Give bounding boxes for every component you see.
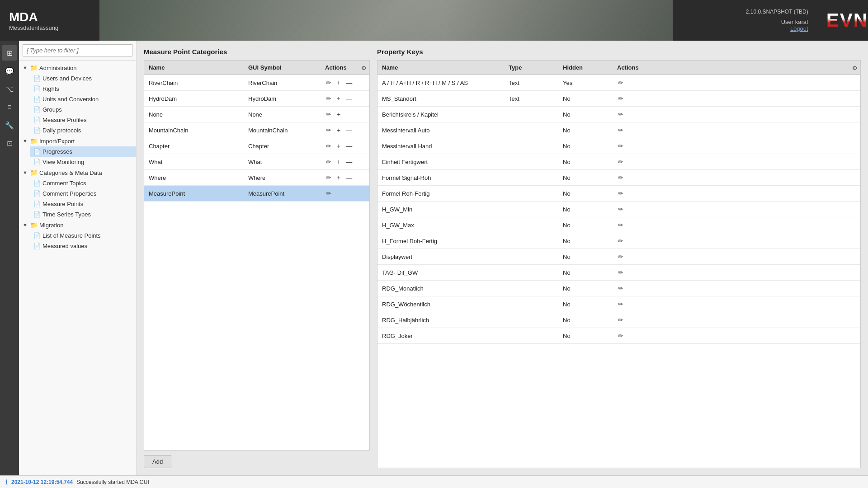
table-row[interactable]: RDG_Monatlich No ✏ [377, 281, 860, 296]
remove-button[interactable]: — [345, 157, 353, 166]
edit-button[interactable]: ✏ [617, 252, 624, 261]
nav-icon-dashboard[interactable]: ⊞ [2, 45, 17, 61]
sidebar-item-time-series-types[interactable]: 📄 Time Series Types [30, 209, 136, 220]
remove-button[interactable]: — [345, 110, 353, 119]
table-row[interactable]: None None ✏ + — [144, 107, 369, 122]
sidebar-item-groups[interactable]: 📄 Groups [30, 104, 136, 115]
sidebar-item-measured-values[interactable]: 📄 Measured values [30, 241, 136, 251]
item-label-list-measure-points: List of Measure Points [42, 232, 101, 239]
filter-input[interactable] [23, 44, 132, 56]
table-row[interactable]: Berichtskreis / Kapitel No ✏ [377, 107, 860, 122]
add-child-button[interactable]: + [336, 157, 341, 166]
tree-group-header-administration[interactable]: ▼ 📁 Administration [19, 62, 136, 73]
edit-button[interactable]: ✏ [617, 78, 624, 87]
sidebar-item-measure-points[interactable]: 📄 Measure Points [30, 199, 136, 209]
sidebar-item-daily-protocols[interactable]: 📄 Daily protocols [30, 125, 136, 136]
table-row[interactable]: Messintervall Hand No ✏ [377, 138, 860, 154]
edit-button[interactable]: ✏ [617, 221, 624, 230]
tree-group-header-import-export[interactable]: ▼ 📁 Import/Export [19, 136, 136, 146]
add-child-button[interactable]: + [336, 173, 341, 182]
table-row[interactable]: RDG_Joker No ✏ [377, 328, 860, 344]
add-child-button[interactable]: + [336, 141, 341, 150]
pk-row-name: Formel Signal-Roh [377, 171, 504, 184]
edit-button[interactable]: ✏ [325, 94, 332, 103]
edit-button[interactable]: ✏ [617, 94, 624, 103]
edit-button[interactable]: ✏ [617, 173, 624, 182]
table-row[interactable]: A / H / A+H / R / R+H / M / S / AS Text … [377, 75, 860, 91]
tree-group-header-categories-meta[interactable]: ▼ 📁 Categories & Meta Data [19, 167, 136, 178]
sidebar-item-users-and-devices[interactable]: 📄 Users and Devices [30, 73, 136, 84]
table-row[interactable]: TAG- Dif_GW No ✏ [377, 265, 860, 281]
table-row[interactable]: HydroDam HydroDam ✏ + — [144, 91, 369, 107]
sidebar-item-units-conversion[interactable]: 📄 Units and Conversion [30, 94, 136, 104]
doc-icon: 📄 [33, 75, 41, 82]
edit-button[interactable]: ✏ [617, 268, 624, 277]
table-row[interactable]: H_GW_Max No ✏ [377, 217, 860, 233]
pk-settings-icon[interactable]: ⚙ [852, 64, 858, 71]
edit-button[interactable]: ✏ [325, 78, 332, 87]
edit-button[interactable]: ✏ [617, 110, 624, 119]
table-row[interactable]: MS_Standort Text No ✏ [377, 91, 860, 107]
nav-icon-list[interactable]: ≡ [2, 99, 17, 115]
edit-button[interactable]: ✏ [325, 157, 332, 166]
mpc-settings-icon[interactable]: ⚙ [361, 64, 367, 71]
table-row[interactable]: Messintervall Auto No ✏ [377, 122, 860, 138]
mpc-row-actions: ✏ + — [321, 154, 369, 169]
edit-button[interactable]: ✏ [617, 189, 624, 198]
sidebar-item-comment-properties[interactable]: 📄 Comment Properties [30, 188, 136, 199]
edit-button[interactable]: ✏ [617, 126, 624, 135]
nav-icon-data[interactable]: ⊡ [2, 136, 17, 151]
doc-icon: 📄 [33, 243, 41, 249]
edit-button[interactable]: ✏ [325, 110, 332, 119]
sidebar-item-rights[interactable]: 📄 Rights [30, 84, 136, 94]
remove-button[interactable]: — [345, 173, 353, 182]
table-row[interactable]: Where Where ✏ + — [144, 170, 369, 186]
remove-button[interactable]: — [345, 126, 353, 135]
add-child-button[interactable]: + [336, 110, 341, 119]
edit-button[interactable]: ✏ [617, 141, 624, 150]
table-row[interactable]: Formel Signal-Roh No ✏ [377, 170, 860, 186]
table-row[interactable]: Chapter Chapter ✏ + — [144, 138, 369, 154]
table-row[interactable]: MeasurePoint MeasurePoint ✏ [144, 186, 369, 202]
nav-icon-wrench[interactable]: 🔧 [2, 117, 17, 133]
pk-col-actions: Actions [613, 61, 860, 75]
edit-button[interactable]: ✏ [617, 205, 624, 214]
add-child-button[interactable]: + [336, 78, 341, 87]
remove-button[interactable]: — [345, 78, 353, 87]
logout-link[interactable]: Logout [790, 25, 808, 32]
nav-icon-network[interactable]: ⌥ [2, 81, 17, 97]
edit-button[interactable]: ✏ [325, 126, 332, 135]
table-row[interactable]: Formel Roh-Fertig No ✏ [377, 186, 860, 202]
add-child-button[interactable]: + [336, 126, 341, 135]
sidebar-item-view-monitoring[interactable]: 📄 View Monitoring [30, 157, 136, 167]
table-row[interactable]: MountainChain MountainChain ✏ + — [144, 122, 369, 138]
edit-button[interactable]: ✏ [617, 157, 624, 166]
table-row[interactable]: H_Formel Roh-Fertig No ✏ [377, 233, 860, 249]
edit-button[interactable]: ✏ [325, 189, 332, 198]
edit-button[interactable]: ✏ [617, 236, 624, 245]
edit-button[interactable]: ✏ [617, 331, 624, 340]
table-row[interactable]: What What ✏ + — [144, 154, 369, 170]
sidebar-item-measure-profiles[interactable]: 📄 Measure Profiles [30, 115, 136, 125]
sidebar-item-comment-topics[interactable]: 📄 Comment Topics [30, 178, 136, 188]
remove-button[interactable]: — [345, 94, 353, 103]
table-row[interactable]: RiverChain RiverChain ✏ + — [144, 75, 369, 91]
pk-col-name: Name [377, 61, 504, 75]
edit-button[interactable]: ✏ [325, 173, 332, 182]
sidebar-item-progresses[interactable]: 📄 Progresses [30, 146, 136, 157]
tree-group-header-migration[interactable]: ▼ 📁 Migration [19, 220, 136, 230]
add-measure-point-category-button[interactable]: Add [144, 455, 171, 468]
edit-button[interactable]: ✏ [325, 141, 332, 150]
table-row[interactable]: RDG_Wöchentlich No ✏ [377, 296, 860, 312]
edit-button[interactable]: ✏ [617, 300, 624, 309]
nav-icon-chat[interactable]: 💬 [2, 63, 17, 79]
table-row[interactable]: Einheit Fertigwert No ✏ [377, 154, 860, 170]
edit-button[interactable]: ✏ [617, 284, 624, 293]
sidebar-item-list-of-measure-points[interactable]: 📄 List of Measure Points [30, 230, 136, 241]
table-row[interactable]: RDG_Halbjährlich No ✏ [377, 312, 860, 328]
table-row[interactable]: Displaywert No ✏ [377, 249, 860, 265]
add-child-button[interactable]: + [336, 94, 341, 103]
table-row[interactable]: H_GW_Min No ✏ [377, 202, 860, 217]
edit-button[interactable]: ✏ [617, 315, 624, 324]
remove-button[interactable]: — [345, 141, 353, 150]
